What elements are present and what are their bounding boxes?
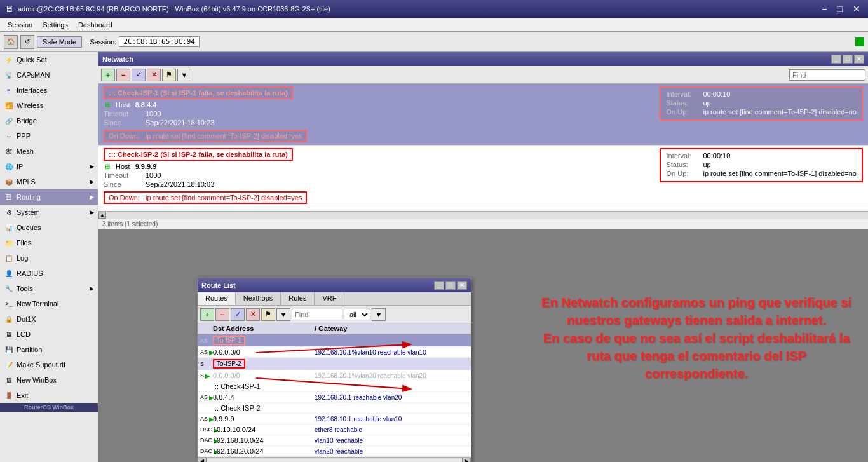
netwatch-row-isp2[interactable]: ::: Check-ISP-2 (Si si ISP-2 falla, se d… xyxy=(98,146,868,207)
sidebar-item-routing[interactable]: 🛤 Routing ▶ xyxy=(0,189,98,205)
sidebar-item-files[interactable]: 📁 Files xyxy=(0,235,98,250)
tools-icon: 🔧 xyxy=(4,283,14,294)
route-add-btn[interactable]: + xyxy=(200,308,214,321)
menu-session[interactable]: Session xyxy=(3,20,37,30)
netwatch-scrollbar[interactable]: ▲ xyxy=(98,211,868,219)
sidebar-label-mesh: Mesh xyxy=(17,147,34,155)
route-row-check-isp2-label[interactable]: ::: Check-ISP-2 xyxy=(198,403,471,414)
tab-nexthops[interactable]: Nexthops xyxy=(236,292,281,305)
nw-enable-btn[interactable]: ✓ xyxy=(132,69,146,81)
sidebar-item-dot1x[interactable]: 🔒 Dot1X xyxy=(0,311,98,327)
sidebar-item-lcd[interactable]: 🖥 LCD xyxy=(0,327,98,342)
sidebar-item-mesh[interactable]: 🕸 Mesh xyxy=(0,144,98,159)
route-scrollbar[interactable]: ◀ ▶ xyxy=(198,457,471,462)
exit-icon: 🚪 xyxy=(4,390,14,400)
netwatch-close-btn[interactable]: ✕ xyxy=(854,55,864,64)
nw-isp1-since-val: Sep/22/2021 18:10:23 xyxy=(146,119,214,126)
sidebar-item-new-winbox[interactable]: 🖥 New WinBox xyxy=(0,372,98,388)
route-dropdown-btn[interactable]: ▼ xyxy=(372,308,386,321)
menu-dashboard[interactable]: Dashboard xyxy=(73,20,118,30)
nw-host-icon: 🖥 xyxy=(104,101,111,109)
content-area: Netwatch _ □ ✕ + − ✓ ✕ ⚑ ▼ xyxy=(98,52,868,462)
maximize-button[interactable]: □ xyxy=(835,4,845,14)
tab-routes[interactable]: Routes xyxy=(198,292,236,305)
sidebar-label-wireless: Wireless xyxy=(17,102,43,109)
nw-disable-btn[interactable]: ✕ xyxy=(147,69,161,81)
sidebar-item-wireless[interactable]: 📶 Wireless xyxy=(0,98,98,113)
nw-comment-btn[interactable]: ⚑ xyxy=(162,69,176,81)
route-row-to-isp1[interactable]: AS To-ISP-1 xyxy=(198,334,471,347)
route-row-dac1[interactable]: DAC ▶ 10.10.10.0/24 ether8 reachable xyxy=(198,425,471,435)
scroll-track xyxy=(207,459,462,463)
sidebar-item-mpls[interactable]: 📦 MPLS ▶ xyxy=(0,174,98,189)
nw-remove-btn[interactable]: − xyxy=(116,69,130,81)
tools-arrow: ▶ xyxy=(90,285,94,292)
sidebar-item-new-terminal[interactable]: >_ New Terminal xyxy=(0,296,98,311)
sidebar-item-capsman[interactable]: 📡 CAPsMAN xyxy=(0,67,98,83)
route-row-884[interactable]: AS ▶ 8.8.4.4 192.168.20.1 reachable vlan… xyxy=(198,392,471,403)
route-comment-btn[interactable]: ⚑ xyxy=(261,308,275,321)
route-row-to-isp2[interactable]: S To-ISP-2 xyxy=(198,358,471,370)
col-dst-address: Dst Address xyxy=(213,325,315,332)
sidebar-item-queues[interactable]: 📊 Queues xyxy=(0,220,98,235)
route-minimize-btn[interactable]: _ xyxy=(434,281,444,290)
route-row-isp2-route[interactable]: S ▶ 0.0.0.0/0 192.168.20.1%vlan20 reacha… xyxy=(198,370,471,381)
route-maximize-btn[interactable]: □ xyxy=(445,281,456,290)
route-remove-btn[interactable]: − xyxy=(215,308,229,321)
sidebar-label-routing: Routing xyxy=(17,193,41,201)
flag-cell-884: AS ▶ xyxy=(200,394,213,401)
sidebar-label-bridge: Bridge xyxy=(17,117,37,125)
route-disable-btn[interactable]: ✕ xyxy=(246,308,260,321)
tab-rules[interactable]: Rules xyxy=(281,292,315,305)
sidebar-label-capsman: CAPsMAN xyxy=(17,71,50,79)
netwatch-minimize-btn[interactable]: _ xyxy=(831,55,841,64)
nw-scroll-up-btn[interactable]: ▲ xyxy=(98,212,106,219)
safe-mode-button[interactable]: Safe Mode xyxy=(37,36,82,48)
sidebar-item-partition[interactable]: 💾 Partition xyxy=(0,342,98,357)
route-row-dac3[interactable]: DAC ▶ 192.168.20.0/24 vlan20 reachable xyxy=(198,446,471,457)
netwatch-find-input[interactable] xyxy=(789,69,865,81)
sidebar-item-tools[interactable]: 🔧 Tools ▶ xyxy=(0,281,98,296)
flag-cell-isp1-route: AS ▶ xyxy=(200,349,213,356)
scroll-right-btn[interactable]: ▶ xyxy=(462,458,471,463)
mpls-arrow: ▶ xyxy=(90,179,94,185)
close-button[interactable]: ✕ xyxy=(850,4,863,14)
sidebar-item-radius[interactable]: 👤 RADIUS xyxy=(0,266,98,281)
minimize-button[interactable]: − xyxy=(819,4,829,14)
sidebar-item-exit[interactable]: 🚪 Exit xyxy=(0,388,98,403)
route-find-input[interactable] xyxy=(292,309,342,320)
sidebar-item-ip[interactable]: 🌐 IP ▶ xyxy=(0,159,98,174)
home-button[interactable]: 🏠 xyxy=(4,35,18,49)
sidebar-item-make-supout[interactable]: 📝 Make Supout.rif xyxy=(0,357,98,372)
sidebar-item-bridge[interactable]: 🔗 Bridge xyxy=(0,113,98,128)
menu-settings[interactable]: Settings xyxy=(37,20,73,30)
route-row-isp1-route[interactable]: AS ▶ 0.0.0.0/0 192.168.10.1%vlan10 reach… xyxy=(198,347,471,358)
route-row-check-isp1-label[interactable]: ::: Check-ISP-1 xyxy=(198,381,471,392)
sidebar-label-dot1x: Dot1X xyxy=(17,315,36,323)
nw-filter-btn[interactable]: ▼ xyxy=(177,69,191,81)
nw-add-btn[interactable]: + xyxy=(101,69,115,81)
sidebar-item-system[interactable]: ⚙ System ▶ xyxy=(0,205,98,220)
route-row-dac2[interactable]: DAC ▶ 192.168.10.0/24 vlan10 reachable xyxy=(198,435,471,446)
dst-999: 9.9.9.9 xyxy=(213,415,315,423)
sidebar-item-interfaces[interactable]: ≡ Interfaces xyxy=(0,83,98,98)
netwatch-row-isp1[interactable]: ::: Check-ISP-1 (Si si ISP-1 falla, se d… xyxy=(98,84,868,146)
flag-cell-isp2-route: S ▶ xyxy=(200,372,213,379)
sidebar-item-log[interactable]: 📋 Log xyxy=(0,250,98,266)
sidebar-item-quick-set[interactable]: ⚡ Quick Set xyxy=(0,52,98,67)
route-enable-btn[interactable]: ✓ xyxy=(231,308,245,321)
system-icon: ⚙ xyxy=(4,207,14,217)
route-row-999[interactable]: AS ▶ 9.9.9.9 192.168.10.1 reachable vlan… xyxy=(198,414,471,425)
route-scope-select[interactable]: all xyxy=(344,309,370,320)
tab-vrf[interactable]: VRF xyxy=(315,292,344,305)
nw-isp2-status-box: Interval: 00:00:10 Status: up On Up: ip … xyxy=(660,148,863,182)
route-filter-btn[interactable]: ▼ xyxy=(276,308,290,321)
sidebar-item-ppp[interactable]: ↔ PPP xyxy=(0,128,98,144)
sidebar-label-tools: Tools xyxy=(17,285,33,292)
app-icon: 🖥 xyxy=(5,4,14,14)
route-close-btn[interactable]: ✕ xyxy=(457,281,467,290)
dst-dac2: 192.168.10.0/24 xyxy=(213,437,315,444)
scroll-left-btn[interactable]: ◀ xyxy=(198,458,207,463)
refresh-button[interactable]: ↺ xyxy=(20,35,34,49)
netwatch-maximize-btn[interactable]: □ xyxy=(843,55,853,64)
